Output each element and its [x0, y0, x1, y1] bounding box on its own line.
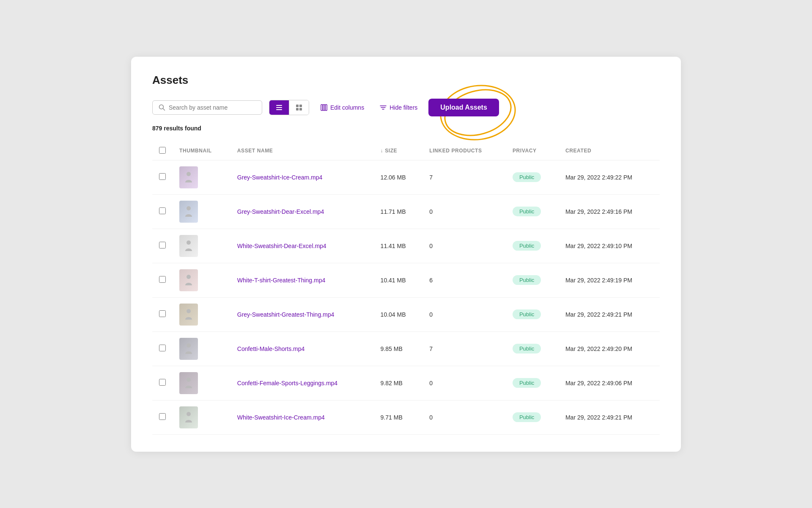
upload-assets-button[interactable]: Upload Assets — [428, 99, 499, 116]
sort-arrow-icon: ↓ — [381, 148, 385, 154]
asset-name-cell: Confetti-Male-Shorts.mp4 — [230, 331, 374, 366]
assets-card: Assets — [131, 57, 681, 452]
linked-products-cell: 0 — [422, 400, 506, 434]
svg-rect-9 — [321, 105, 323, 110]
list-icon — [275, 104, 283, 111]
row-checkbox[interactable] — [159, 276, 166, 283]
asset-name-link[interactable]: Confetti-Female-Sports-Leggings.mp4 — [237, 380, 337, 387]
thumbnail — [179, 235, 198, 257]
page-title: Assets — [152, 74, 660, 87]
svg-point-21 — [187, 343, 191, 348]
svg-rect-5 — [296, 105, 299, 107]
asset-name-cell: Grey-Sweatshirt-Dear-Excel.mp4 — [230, 194, 374, 229]
results-count: 879 results found — [152, 125, 660, 132]
th-size[interactable]: ↓ SIZE — [374, 142, 423, 160]
asset-name-link[interactable]: White-Sweatshirt-Ice-Cream.mp4 — [237, 414, 325, 421]
row-checkbox-cell — [152, 297, 173, 331]
created-cell: Mar 29, 2022 2:49:22 PM — [559, 160, 660, 194]
size-cell: 12.06 MB — [374, 160, 423, 194]
svg-point-16 — [187, 172, 191, 176]
filter-icon — [379, 104, 387, 111]
svg-rect-7 — [296, 108, 299, 110]
select-all-checkbox[interactable] — [159, 147, 166, 154]
edit-columns-button[interactable]: Edit columns — [316, 100, 368, 115]
svg-rect-2 — [276, 105, 282, 106]
linked-products-cell: 0 — [422, 366, 506, 400]
size-cell: 10.41 MB — [374, 263, 423, 297]
thumbnail — [179, 269, 198, 291]
th-checkbox — [152, 142, 173, 160]
assets-table: THUMBNAIL ASSET NAME ↓ SIZE LINKED PRODU… — [152, 142, 660, 435]
privacy-badge: Public — [513, 412, 541, 422]
thumbnail-cell — [173, 331, 230, 366]
created-cell: Mar 29, 2022 2:49:10 PM — [559, 229, 660, 263]
svg-point-17 — [187, 206, 191, 210]
linked-products-cell: 6 — [422, 263, 506, 297]
row-checkbox[interactable] — [159, 310, 166, 317]
table-row: Confetti-Female-Sports-Leggings.mp49.82 … — [152, 366, 660, 400]
row-checkbox-cell — [152, 229, 173, 263]
svg-line-1 — [163, 108, 165, 110]
search-input[interactable] — [169, 104, 256, 111]
privacy-badge: Public — [513, 275, 541, 285]
asset-name-cell: White-T-shirt-Greatest-Thing.mp4 — [230, 263, 374, 297]
privacy-cell: Public — [506, 194, 559, 229]
svg-rect-6 — [299, 105, 302, 107]
size-cell: 9.82 MB — [374, 366, 423, 400]
grid-icon — [295, 104, 303, 111]
linked-products-cell: 0 — [422, 194, 506, 229]
linked-products-cell: 7 — [422, 331, 506, 366]
row-checkbox-cell — [152, 263, 173, 297]
hide-filters-label: Hide filters — [390, 104, 417, 111]
edit-columns-label: Edit columns — [330, 104, 364, 111]
row-checkbox-cell — [152, 400, 173, 434]
svg-point-20 — [187, 309, 191, 313]
table-row: Grey-Sweatshirt-Ice-Cream.mp412.06 MB7Pu… — [152, 160, 660, 194]
table-row: Confetti-Male-Shorts.mp49.85 MB7PublicMa… — [152, 331, 660, 366]
size-cell: 11.41 MB — [374, 229, 423, 263]
privacy-badge: Public — [513, 172, 541, 182]
created-cell: Mar 29, 2022 2:49:20 PM — [559, 331, 660, 366]
row-checkbox[interactable] — [159, 413, 166, 420]
grid-view-button[interactable] — [289, 100, 309, 115]
row-checkbox-cell — [152, 366, 173, 400]
view-toggle — [269, 100, 309, 115]
asset-name-link[interactable]: White-Sweatshirt-Dear-Excel.mp4 — [237, 243, 326, 249]
created-cell: Mar 29, 2022 2:49:16 PM — [559, 194, 660, 229]
row-checkbox[interactable] — [159, 379, 166, 386]
asset-name-link[interactable]: Grey-Sweatshirt-Dear-Excel.mp4 — [237, 208, 324, 215]
table-row: Grey-Sweatshirt-Greatest-Thing.mp410.04 … — [152, 297, 660, 331]
row-checkbox[interactable] — [159, 242, 166, 248]
list-view-button[interactable] — [269, 100, 289, 115]
privacy-cell: Public — [506, 263, 559, 297]
svg-point-23 — [187, 412, 191, 416]
thumbnail-cell — [173, 160, 230, 194]
row-checkbox[interactable] — [159, 173, 166, 180]
search-wrapper — [152, 100, 262, 115]
hide-filters-button[interactable]: Hide filters — [375, 100, 422, 115]
created-cell: Mar 29, 2022 2:49:19 PM — [559, 263, 660, 297]
th-linked-products: LINKED PRODUCTS — [422, 142, 506, 160]
row-checkbox[interactable] — [159, 207, 166, 214]
asset-name-cell: Grey-Sweatshirt-Greatest-Thing.mp4 — [230, 297, 374, 331]
asset-name-link[interactable]: Grey-Sweatshirt-Ice-Cream.mp4 — [237, 174, 323, 181]
asset-name-link[interactable]: White-T-shirt-Greatest-Thing.mp4 — [237, 277, 326, 284]
thumbnail — [179, 372, 198, 394]
row-checkbox[interactable] — [159, 345, 166, 351]
size-cell: 11.71 MB — [374, 194, 423, 229]
columns-icon — [320, 104, 328, 111]
search-icon — [159, 104, 165, 111]
privacy-cell: Public — [506, 331, 559, 366]
thumbnail-cell — [173, 297, 230, 331]
svg-point-18 — [187, 240, 191, 245]
asset-name-link[interactable]: Confetti-Male-Shorts.mp4 — [237, 345, 305, 352]
asset-name-link[interactable]: Grey-Sweatshirt-Greatest-Thing.mp4 — [237, 311, 335, 318]
row-checkbox-cell — [152, 331, 173, 366]
thumbnail-cell — [173, 366, 230, 400]
thumbnail-cell — [173, 229, 230, 263]
row-checkbox-cell — [152, 194, 173, 229]
privacy-cell: Public — [506, 160, 559, 194]
thumbnail — [179, 304, 198, 326]
svg-rect-3 — [276, 107, 282, 108]
row-checkbox-cell — [152, 160, 173, 194]
